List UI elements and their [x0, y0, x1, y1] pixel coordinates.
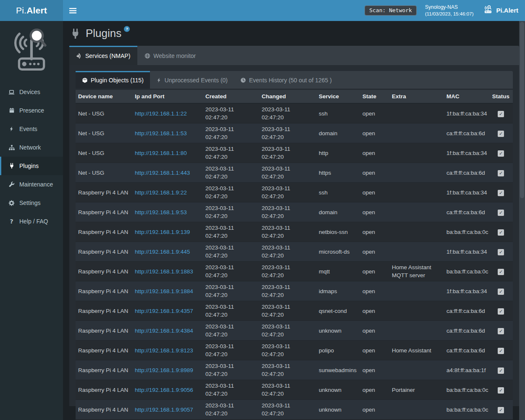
table-row: Net - USGhttp://192.168.1.1:532023-03-11…	[76, 123, 513, 143]
column-header-extra[interactable]: Extra	[389, 90, 444, 103]
state-cell: open	[360, 281, 389, 301]
ip-port-url[interactable]: http://192.168.1.9:8989	[135, 367, 193, 373]
status-checkbox[interactable]: ✓	[498, 249, 504, 255]
sidebar-item-presence[interactable]: Presence	[0, 101, 63, 120]
ip-port-url[interactable]: http://192.168.1.9:4384	[135, 328, 193, 334]
navbar-brand[interactable]: Pi.Alert	[482, 5, 518, 16]
changed-cell: 2023-03-11 02:47:20	[259, 321, 316, 341]
status-checkbox[interactable]: ✓	[498, 210, 504, 216]
device-name-cell: Raspberry Pi 4 LAN	[76, 183, 132, 202]
ip-port-url[interactable]: http://192.168.1.9:53	[135, 209, 187, 215]
page-header: Plugins ?	[69, 21, 519, 46]
sidebar: DevicesPresenceEventsNetworkPluginsMaint…	[0, 21, 63, 420]
status-checkbox[interactable]: ✓	[498, 131, 504, 137]
status-cell: ✓	[489, 281, 513, 301]
status-cell: ✓	[489, 242, 513, 262]
status-checkbox[interactable]: ✓	[498, 150, 504, 157]
sidebar-item-network[interactable]: Network	[0, 138, 63, 157]
table-row: Raspberry Pi 4 LANhttp://192.168.1.9:188…	[76, 281, 513, 301]
sidebar-item-maintenance[interactable]: Maintenance	[0, 175, 63, 194]
ip-port-url[interactable]: http://192.168.1.1:22	[135, 110, 187, 117]
device-name-cell: Raspberry Pi 4 LAN	[76, 301, 132, 321]
ip-port-url[interactable]: http://192.168.1.9:4357	[135, 308, 193, 314]
extra-cell: Portainer	[389, 380, 444, 400]
status-cell: ✓	[489, 262, 513, 281]
ip-port-url[interactable]: http://192.168.1.9:1884	[135, 288, 193, 294]
column-header-ip-and-port[interactable]: Ip and Port	[132, 90, 203, 103]
ip-port-url[interactable]: http://192.168.1.9:8123	[135, 347, 193, 354]
table-row: Raspberry Pi 4 LANhttp://192.168.1.9:222…	[76, 183, 513, 202]
mac-cell: ba:ba:ff:ca:ba:0c	[444, 262, 489, 281]
status-checkbox[interactable]: ✓	[498, 368, 504, 374]
help-badge[interactable]: ?	[124, 26, 130, 32]
column-header-mac[interactable]: MAC	[444, 90, 489, 103]
changed-cell: 2023-03-11 02:47:20	[259, 262, 316, 281]
scrollbar-thumb[interactable]	[520, 22, 524, 198]
ip-port-url[interactable]: http://192.168.1.1:53	[135, 130, 187, 136]
ip-port-link: http://192.168.1.9:4357	[132, 301, 203, 321]
gear-icon	[8, 200, 16, 206]
created-cell: 2023-03-11 02:47:20	[203, 222, 259, 242]
hamburger-menu-icon[interactable]	[63, 0, 82, 21]
status-checkbox[interactable]: ✓	[498, 328, 504, 334]
extra-cell	[389, 360, 444, 380]
app-logo[interactable]: Pi.Alert	[0, 0, 63, 21]
ip-port-url[interactable]: http://192.168.1.9:445	[135, 249, 190, 255]
status-checkbox[interactable]: ✓	[498, 229, 504, 236]
status-checkbox[interactable]: ✓	[498, 308, 504, 315]
subtab-events-history-50-out-of-1265[interactable]: Events History (50 out of 1265 )	[234, 71, 338, 89]
state-cell: open	[360, 103, 389, 123]
ip-port-url[interactable]: http://192.168.1.9:9056	[135, 387, 193, 393]
device-name-cell: Raspberry Pi 4 LAN	[76, 400, 132, 420]
tab-label: Events History (50 out of 1265 )	[249, 77, 332, 84]
ip-port-url[interactable]: http://192.168.1.9:9057	[135, 407, 193, 413]
subtab-plugin-objects-115[interactable]: Plugin Objects (115)	[76, 71, 150, 89]
sidebar-item-devices[interactable]: Devices	[0, 83, 63, 101]
changed-cell: 2023-03-11 02:47:20	[259, 143, 316, 163]
extra-cell	[389, 222, 444, 242]
vertical-scrollbar[interactable]	[519, 21, 525, 420]
status-checkbox[interactable]: ✓	[498, 387, 504, 394]
column-header-status[interactable]: Status	[489, 90, 513, 103]
ip-port-link: http://192.168.1.9:9057	[132, 400, 203, 420]
ip-port-url[interactable]: http://192.168.1.1:80	[135, 150, 187, 156]
subtab-unprocessed-events-0[interactable]: Unprocessed Events (0)	[150, 71, 234, 89]
status-checkbox[interactable]: ✓	[498, 111, 504, 117]
service-cell: netbios-ssn	[316, 222, 360, 242]
column-header-created[interactable]: Created	[203, 90, 259, 103]
status-cell: ✓	[489, 143, 513, 163]
sidebar-item-plugins[interactable]: Plugins	[0, 157, 63, 175]
column-header-changed[interactable]: Changed	[259, 90, 316, 103]
host-time: (11/03/2023, 15:46:07)	[425, 10, 474, 17]
extra-cell	[389, 183, 444, 202]
changed-cell: 2023-03-11 02:47:20	[259, 183, 316, 202]
status-checkbox[interactable]: ✓	[498, 407, 504, 413]
device-name-cell: Net - USG	[76, 123, 132, 143]
tab-website-monitor[interactable]: Website monitor	[137, 46, 203, 65]
sidebar-item-help-faq[interactable]: ?Help / FAQ	[0, 212, 63, 231]
column-header-device-name[interactable]: Device name	[76, 90, 132, 103]
sidebar-item-settings[interactable]: Settings	[0, 194, 63, 212]
ip-port-url[interactable]: http://192.168.1.9:22	[135, 189, 187, 196]
status-checkbox[interactable]: ✓	[498, 348, 504, 354]
sidebar-item-events[interactable]: Events	[0, 120, 63, 138]
status-checkbox[interactable]: ✓	[498, 170, 504, 176]
changed-cell: 2023-03-11 02:47:20	[259, 301, 316, 321]
ip-port-link: http://192.168.1.9:22	[132, 183, 203, 202]
extra-cell: Home Assistant MQTT server	[389, 262, 444, 281]
column-header-service[interactable]: Service	[316, 90, 360, 103]
status-checkbox[interactable]: ✓	[498, 190, 504, 196]
created-cell: 2023-03-11 02:47:20	[203, 360, 259, 380]
ip-port-url[interactable]: http://192.168.1.9:1883	[135, 268, 193, 275]
status-checkbox[interactable]: ✓	[498, 289, 504, 295]
tab-services-nmap[interactable]: Services (NMAP)	[69, 46, 137, 65]
mac-cell: ca:ff:ff:ca:ba:6d	[444, 163, 489, 183]
ip-port-url[interactable]: http://192.168.1.9:139	[135, 229, 190, 235]
status-cell: ✓	[489, 360, 513, 380]
sitemap-icon	[8, 144, 16, 151]
mac-cell: ba:ba:ff:ca:ba:0c	[444, 380, 489, 400]
ip-port-url[interactable]: http://192.168.1.1:443	[135, 170, 190, 176]
status-checkbox[interactable]: ✓	[498, 269, 504, 275]
changed-cell: 2023-03-11 02:47:20	[259, 380, 316, 400]
column-header-state[interactable]: State	[360, 90, 389, 103]
